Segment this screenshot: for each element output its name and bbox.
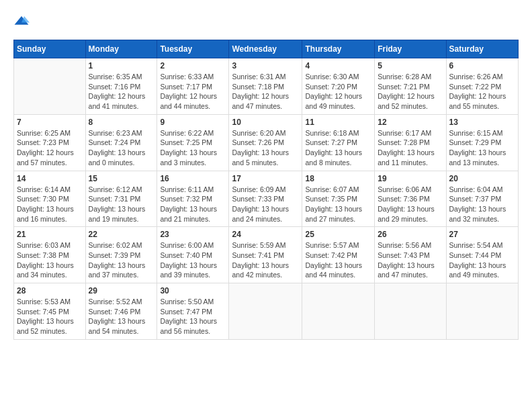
calendar-cell — [375, 283, 446, 340]
cell-info: Sunrise: 6:15 AM Sunset: 7:29 PM Dayligh… — [449, 128, 515, 168]
cell-day-number: 13 — [449, 118, 515, 127]
calendar-week-row: 14Sunrise: 6:14 AM Sunset: 7:30 PM Dayli… — [14, 171, 519, 227]
cell-day-number: 21 — [17, 230, 83, 239]
cell-info: Sunrise: 6:18 AM Sunset: 7:27 PM Dayligh… — [305, 128, 371, 168]
cell-day-number: 14 — [17, 174, 83, 183]
calendar-cell: 7Sunrise: 6:25 AM Sunset: 7:23 PM Daylig… — [14, 114, 86, 171]
calendar-cell: 30Sunrise: 5:50 AM Sunset: 7:47 PM Dayli… — [157, 283, 229, 340]
calendar-cell: 22Sunrise: 6:02 AM Sunset: 7:39 PM Dayli… — [85, 227, 157, 283]
day-header-wednesday: Wednesday — [229, 40, 302, 58]
calendar-table: SundayMondayTuesdayWednesdayThursdayFrid… — [13, 40, 519, 340]
cell-day-number: 3 — [232, 61, 299, 71]
calendar-cell: 12Sunrise: 6:17 AM Sunset: 7:28 PM Dayli… — [375, 114, 446, 171]
calendar-cell: 10Sunrise: 6:20 AM Sunset: 7:26 PM Dayli… — [229, 114, 302, 171]
day-header-thursday: Thursday — [302, 40, 375, 58]
cell-day-number: 23 — [160, 230, 226, 239]
cell-day-number: 1 — [89, 61, 154, 71]
calendar-cell: 16Sunrise: 6:11 AM Sunset: 7:32 PM Dayli… — [157, 171, 229, 227]
day-header-sunday: Sunday — [14, 40, 86, 58]
cell-info: Sunrise: 6:25 AM Sunset: 7:23 PM Dayligh… — [17, 128, 83, 168]
day-header-tuesday: Tuesday — [157, 40, 229, 58]
calendar-cell: 3Sunrise: 6:31 AM Sunset: 7:18 PM Daylig… — [229, 58, 302, 115]
cell-day-number: 15 — [89, 174, 154, 183]
calendar-cell: 23Sunrise: 6:00 AM Sunset: 7:40 PM Dayli… — [157, 227, 229, 283]
calendar-cell: 8Sunrise: 6:23 AM Sunset: 7:24 PM Daylig… — [85, 114, 157, 171]
cell-info: Sunrise: 6:02 AM Sunset: 7:39 PM Dayligh… — [89, 240, 154, 280]
cell-info: Sunrise: 6:23 AM Sunset: 7:24 PM Dayligh… — [89, 128, 154, 168]
calendar-cell: 17Sunrise: 6:09 AM Sunset: 7:33 PM Dayli… — [229, 171, 302, 227]
calendar-cell — [14, 58, 86, 115]
calendar-cell: 14Sunrise: 6:14 AM Sunset: 7:30 PM Dayli… — [14, 171, 86, 227]
calendar-week-row: 7Sunrise: 6:25 AM Sunset: 7:23 PM Daylig… — [14, 114, 519, 171]
calendar-cell: 19Sunrise: 6:06 AM Sunset: 7:36 PM Dayli… — [375, 171, 446, 227]
cell-day-number: 24 — [232, 230, 299, 239]
cell-info: Sunrise: 5:54 AM Sunset: 7:44 PM Dayligh… — [449, 240, 515, 280]
calendar-cell: 24Sunrise: 5:59 AM Sunset: 7:41 PM Dayli… — [229, 227, 302, 283]
cell-info: Sunrise: 6:28 AM Sunset: 7:21 PM Dayligh… — [378, 72, 443, 111]
calendar-cell: 29Sunrise: 5:52 AM Sunset: 7:46 PM Dayli… — [85, 283, 157, 340]
calendar-cell: 5Sunrise: 6:28 AM Sunset: 7:21 PM Daylig… — [375, 58, 446, 115]
cell-day-number: 25 — [305, 230, 371, 239]
cell-day-number: 2 — [160, 61, 226, 71]
day-header-monday: Monday — [85, 40, 157, 58]
calendar-cell — [302, 283, 375, 340]
cell-day-number: 8 — [89, 118, 154, 127]
cell-day-number: 6 — [449, 61, 515, 71]
calendar-header-row: SundayMondayTuesdayWednesdayThursdayFrid… — [14, 40, 519, 58]
cell-info: Sunrise: 6:20 AM Sunset: 7:26 PM Dayligh… — [232, 128, 299, 168]
cell-day-number: 30 — [160, 286, 226, 295]
page-header — [13, 13, 519, 30]
cell-day-number: 4 — [305, 61, 371, 71]
cell-info: Sunrise: 6:00 AM Sunset: 7:40 PM Dayligh… — [160, 240, 226, 280]
cell-day-number: 11 — [305, 118, 371, 127]
cell-info: Sunrise: 6:31 AM Sunset: 7:18 PM Dayligh… — [232, 72, 299, 111]
calendar-cell — [446, 283, 518, 340]
calendar-cell — [229, 283, 302, 340]
cell-info: Sunrise: 6:12 AM Sunset: 7:31 PM Dayligh… — [89, 185, 154, 224]
day-header-saturday: Saturday — [446, 40, 518, 58]
calendar-cell: 4Sunrise: 6:30 AM Sunset: 7:20 PM Daylig… — [302, 58, 375, 115]
calendar-cell: 27Sunrise: 5:54 AM Sunset: 7:44 PM Dayli… — [446, 227, 518, 283]
cell-info: Sunrise: 5:59 AM Sunset: 7:41 PM Dayligh… — [232, 240, 299, 280]
calendar-cell: 18Sunrise: 6:07 AM Sunset: 7:35 PM Dayli… — [302, 171, 375, 227]
calendar-cell: 28Sunrise: 5:53 AM Sunset: 7:45 PM Dayli… — [14, 283, 86, 340]
cell-info: Sunrise: 5:53 AM Sunset: 7:45 PM Dayligh… — [17, 297, 83, 336]
cell-info: Sunrise: 6:07 AM Sunset: 7:35 PM Dayligh… — [305, 185, 371, 224]
cell-day-number: 19 — [378, 174, 443, 183]
calendar-cell: 1Sunrise: 6:35 AM Sunset: 7:16 PM Daylig… — [85, 58, 157, 115]
cell-info: Sunrise: 6:06 AM Sunset: 7:36 PM Dayligh… — [378, 185, 443, 224]
calendar-cell: 21Sunrise: 6:03 AM Sunset: 7:38 PM Dayli… — [14, 227, 86, 283]
cell-info: Sunrise: 6:26 AM Sunset: 7:22 PM Dayligh… — [449, 72, 515, 111]
cell-info: Sunrise: 6:22 AM Sunset: 7:25 PM Dayligh… — [160, 128, 226, 168]
cell-day-number: 20 — [449, 174, 515, 183]
calendar-week-row: 21Sunrise: 6:03 AM Sunset: 7:38 PM Dayli… — [14, 227, 519, 283]
calendar-cell: 11Sunrise: 6:18 AM Sunset: 7:27 PM Dayli… — [302, 114, 375, 171]
calendar-cell: 26Sunrise: 5:56 AM Sunset: 7:43 PM Dayli… — [375, 227, 446, 283]
logo[interactable] — [13, 13, 32, 30]
cell-info: Sunrise: 6:33 AM Sunset: 7:17 PM Dayligh… — [160, 72, 226, 111]
cell-day-number: 16 — [160, 174, 226, 183]
cell-info: Sunrise: 5:57 AM Sunset: 7:42 PM Dayligh… — [305, 240, 371, 280]
cell-day-number: 22 — [89, 230, 154, 239]
cell-info: Sunrise: 6:04 AM Sunset: 7:37 PM Dayligh… — [449, 185, 515, 224]
cell-info: Sunrise: 6:17 AM Sunset: 7:28 PM Dayligh… — [378, 128, 443, 168]
cell-day-number: 28 — [17, 286, 83, 295]
calendar-cell: 13Sunrise: 6:15 AM Sunset: 7:29 PM Dayli… — [446, 114, 518, 171]
cell-day-number: 29 — [89, 286, 154, 295]
cell-info: Sunrise: 5:52 AM Sunset: 7:46 PM Dayligh… — [89, 297, 154, 336]
calendar-cell: 6Sunrise: 6:26 AM Sunset: 7:22 PM Daylig… — [446, 58, 518, 115]
cell-info: Sunrise: 6:14 AM Sunset: 7:30 PM Dayligh… — [17, 185, 83, 224]
cell-info: Sunrise: 5:50 AM Sunset: 7:47 PM Dayligh… — [160, 297, 226, 336]
cell-day-number: 27 — [449, 230, 515, 239]
calendar-cell: 20Sunrise: 6:04 AM Sunset: 7:37 PM Dayli… — [446, 171, 518, 227]
cell-day-number: 18 — [305, 174, 371, 183]
cell-day-number: 12 — [378, 118, 443, 127]
calendar-cell: 15Sunrise: 6:12 AM Sunset: 7:31 PM Dayli… — [85, 171, 157, 227]
cell-day-number: 26 — [378, 230, 443, 239]
cell-day-number: 10 — [232, 118, 299, 127]
cell-info: Sunrise: 6:11 AM Sunset: 7:32 PM Dayligh… — [160, 185, 226, 224]
logo-icon — [13, 13, 30, 30]
calendar-week-row: 28Sunrise: 5:53 AM Sunset: 7:45 PM Dayli… — [14, 283, 519, 340]
cell-day-number: 7 — [17, 118, 83, 127]
cell-info: Sunrise: 6:35 AM Sunset: 7:16 PM Dayligh… — [89, 72, 154, 111]
